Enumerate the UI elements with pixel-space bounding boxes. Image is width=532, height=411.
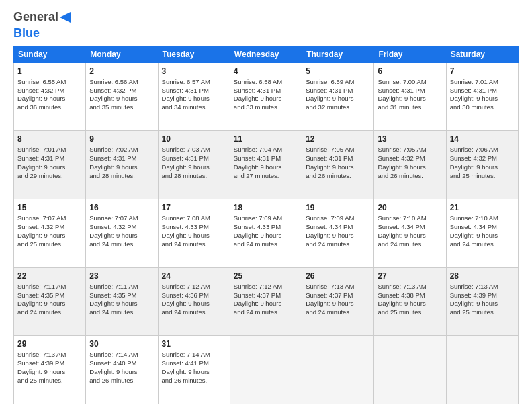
table-row: 16Sunrise: 7:07 AM Sunset: 4:32 PM Dayli… — [86, 199, 158, 267]
day-number: 15 — [17, 202, 82, 213]
table-row: 15Sunrise: 7:07 AM Sunset: 4:32 PM Dayli… — [14, 199, 86, 267]
week-row: 15Sunrise: 7:07 AM Sunset: 4:32 PM Dayli… — [14, 199, 519, 267]
header-row: Sunday Monday Tuesday Wednesday Thursday… — [14, 46, 519, 62]
table-row: 26Sunrise: 7:13 AM Sunset: 4:37 PM Dayli… — [302, 267, 374, 336]
day-number: 20 — [378, 202, 442, 213]
day-number: 16 — [89, 202, 154, 213]
day-number: 18 — [234, 202, 298, 213]
table-row: 14Sunrise: 7:06 AM Sunset: 4:32 PM Dayli… — [446, 131, 518, 199]
table-row: 23Sunrise: 7:11 AM Sunset: 4:35 PM Dayli… — [86, 267, 158, 336]
day-number: 17 — [162, 202, 226, 213]
table-row — [302, 336, 374, 404]
day-info: Sunrise: 7:02 AM Sunset: 4:31 PM Dayligh… — [89, 146, 154, 180]
table-row: 28Sunrise: 7:13 AM Sunset: 4:39 PM Dayli… — [446, 267, 518, 336]
day-number: 9 — [89, 134, 154, 144]
week-row: 1Sunrise: 6:55 AM Sunset: 4:32 PM Daylig… — [14, 62, 519, 131]
table-row: 27Sunrise: 7:13 AM Sunset: 4:38 PM Dayli… — [374, 267, 446, 336]
table-row: 21Sunrise: 7:10 AM Sunset: 4:34 PM Dayli… — [446, 199, 518, 267]
day-number: 4 — [234, 66, 298, 77]
day-info: Sunrise: 7:00 AM Sunset: 4:31 PM Dayligh… — [378, 78, 442, 112]
table-row: 17Sunrise: 7:08 AM Sunset: 4:33 PM Dayli… — [158, 199, 230, 267]
day-info: Sunrise: 7:14 AM Sunset: 4:41 PM Dayligh… — [162, 351, 226, 385]
day-info: Sunrise: 7:06 AM Sunset: 4:32 PM Dayligh… — [450, 146, 515, 180]
day-number: 27 — [378, 271, 442, 281]
table-row: 31Sunrise: 7:14 AM Sunset: 4:41 PM Dayli… — [158, 336, 230, 404]
page: GeneralBlue Sunday Monday Tuesday Wednes… — [0, 0, 532, 411]
header: GeneralBlue — [13, 11, 519, 40]
day-info: Sunrise: 6:57 AM Sunset: 4:31 PM Dayligh… — [162, 78, 226, 112]
day-info: Sunrise: 7:08 AM Sunset: 4:33 PM Dayligh… — [162, 214, 226, 248]
table-row: 11Sunrise: 7:04 AM Sunset: 4:31 PM Dayli… — [230, 131, 302, 199]
day-info: Sunrise: 7:01 AM Sunset: 4:31 PM Dayligh… — [17, 146, 82, 180]
day-number: 29 — [17, 338, 82, 349]
day-number: 30 — [89, 338, 154, 349]
table-row: 7Sunrise: 7:01 AM Sunset: 4:31 PM Daylig… — [446, 62, 518, 131]
day-info: Sunrise: 6:59 AM Sunset: 4:31 PM Dayligh… — [306, 78, 370, 112]
col-sunday: Sunday — [14, 46, 86, 62]
table-row — [230, 336, 302, 404]
day-info: Sunrise: 7:10 AM Sunset: 4:34 PM Dayligh… — [450, 214, 515, 248]
table-row: 3Sunrise: 6:57 AM Sunset: 4:31 PM Daylig… — [158, 62, 230, 131]
table-row: 5Sunrise: 6:59 AM Sunset: 4:31 PM Daylig… — [302, 62, 374, 131]
day-info: Sunrise: 7:11 AM Sunset: 4:35 PM Dayligh… — [89, 283, 154, 317]
table-row — [374, 336, 446, 404]
col-thursday: Thursday — [302, 46, 374, 62]
day-info: Sunrise: 7:01 AM Sunset: 4:31 PM Dayligh… — [450, 78, 515, 112]
table-row: 2Sunrise: 6:56 AM Sunset: 4:32 PM Daylig… — [86, 62, 158, 131]
week-row: 8Sunrise: 7:01 AM Sunset: 4:31 PM Daylig… — [14, 131, 519, 199]
day-number: 5 — [306, 66, 370, 77]
week-row: 22Sunrise: 7:11 AM Sunset: 4:35 PM Dayli… — [14, 267, 519, 336]
day-number: 23 — [89, 271, 154, 281]
col-tuesday: Tuesday — [158, 46, 230, 62]
calendar-table: Sunday Monday Tuesday Wednesday Thursday… — [13, 46, 519, 404]
table-row: 29Sunrise: 7:13 AM Sunset: 4:39 PM Dayli… — [14, 336, 86, 404]
col-monday: Monday — [86, 46, 158, 62]
day-info: Sunrise: 7:05 AM Sunset: 4:31 PM Dayligh… — [306, 146, 370, 180]
logo-blue: Blue — [13, 27, 40, 40]
day-number: 14 — [450, 134, 515, 144]
table-row: 22Sunrise: 7:11 AM Sunset: 4:35 PM Dayli… — [14, 267, 86, 336]
table-row: 10Sunrise: 7:03 AM Sunset: 4:31 PM Dayli… — [158, 131, 230, 199]
day-info: Sunrise: 7:11 AM Sunset: 4:35 PM Dayligh… — [17, 283, 82, 317]
day-number: 10 — [162, 134, 226, 144]
table-row: 24Sunrise: 7:12 AM Sunset: 4:36 PM Dayli… — [158, 267, 230, 336]
day-number: 8 — [17, 134, 82, 144]
day-info: Sunrise: 7:12 AM Sunset: 4:36 PM Dayligh… — [162, 283, 226, 317]
day-number: 3 — [162, 66, 226, 77]
day-info: Sunrise: 7:09 AM Sunset: 4:33 PM Dayligh… — [234, 214, 298, 248]
table-row: 18Sunrise: 7:09 AM Sunset: 4:33 PM Dayli… — [230, 199, 302, 267]
day-number: 12 — [306, 134, 370, 144]
day-number: 7 — [450, 66, 515, 77]
day-info: Sunrise: 7:09 AM Sunset: 4:34 PM Dayligh… — [306, 214, 370, 248]
day-info: Sunrise: 6:55 AM Sunset: 4:32 PM Dayligh… — [17, 78, 82, 112]
col-saturday: Saturday — [446, 46, 518, 62]
day-number: 31 — [162, 338, 226, 349]
table-row — [446, 336, 518, 404]
col-wednesday: Wednesday — [230, 46, 302, 62]
day-info: Sunrise: 7:13 AM Sunset: 4:39 PM Dayligh… — [17, 351, 82, 385]
table-row: 25Sunrise: 7:12 AM Sunset: 4:37 PM Dayli… — [230, 267, 302, 336]
day-number: 11 — [234, 134, 298, 144]
day-number: 6 — [378, 66, 442, 77]
table-row: 9Sunrise: 7:02 AM Sunset: 4:31 PM Daylig… — [86, 131, 158, 199]
day-number: 19 — [306, 202, 370, 213]
day-number: 28 — [450, 271, 515, 281]
table-row: 8Sunrise: 7:01 AM Sunset: 4:31 PM Daylig… — [14, 131, 86, 199]
table-row: 1Sunrise: 6:55 AM Sunset: 4:32 PM Daylig… — [14, 62, 86, 131]
day-info: Sunrise: 7:05 AM Sunset: 4:32 PM Dayligh… — [378, 146, 442, 180]
day-info: Sunrise: 7:14 AM Sunset: 4:40 PM Dayligh… — [89, 351, 154, 385]
week-row: 29Sunrise: 7:13 AM Sunset: 4:39 PM Dayli… — [14, 336, 519, 404]
day-number: 2 — [89, 66, 154, 77]
day-number: 25 — [234, 271, 298, 281]
day-info: Sunrise: 7:03 AM Sunset: 4:31 PM Dayligh… — [162, 146, 226, 180]
col-friday: Friday — [374, 46, 446, 62]
table-row: 19Sunrise: 7:09 AM Sunset: 4:34 PM Dayli… — [302, 199, 374, 267]
day-info: Sunrise: 7:10 AM Sunset: 4:34 PM Dayligh… — [378, 214, 442, 248]
day-number: 1 — [17, 66, 82, 77]
table-row: 30Sunrise: 7:14 AM Sunset: 4:40 PM Dayli… — [86, 336, 158, 404]
table-row: 4Sunrise: 6:58 AM Sunset: 4:31 PM Daylig… — [230, 62, 302, 131]
day-info: Sunrise: 6:56 AM Sunset: 4:32 PM Dayligh… — [89, 78, 154, 112]
day-number: 22 — [17, 271, 82, 281]
day-number: 21 — [450, 202, 515, 213]
day-info: Sunrise: 7:07 AM Sunset: 4:32 PM Dayligh… — [89, 214, 154, 248]
